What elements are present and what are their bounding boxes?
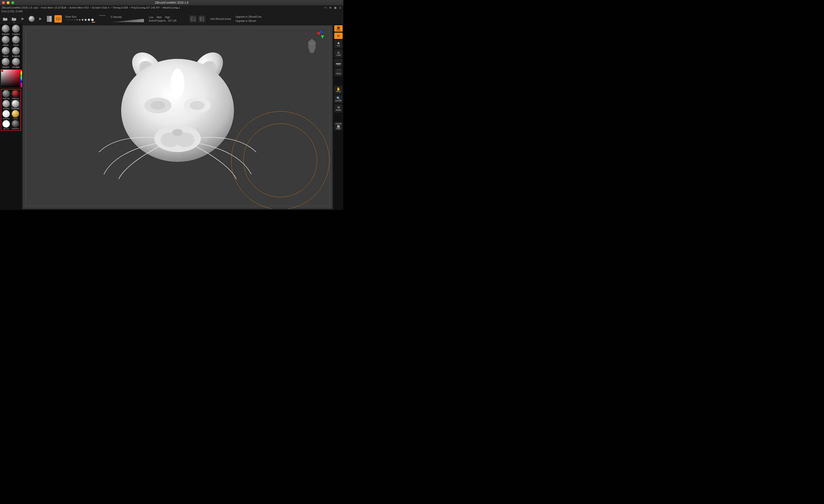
z-intensity-slider[interactable] [111,19,144,22]
draw-size-section: Draw Size Dynamic [65,15,106,22]
rotate-button[interactable]: ⟲Rotate [334,104,342,113]
ac-indicator: AC [324,6,327,9]
brush-claybuildup[interactable]: ClayBui [11,25,21,35]
window-title: ZBrushCoreMini 2020.1.6 [155,1,189,4]
main-area: Standar ClayBui Inflate Pinch Move Snake… [0,24,343,210]
material-silverfoil[interactable]: SilverFo [11,120,20,130]
left-panel: Standar ClayBui Inflate Pinch Move Snake… [0,24,22,210]
rotate-mode-button[interactable]: ⟳ [334,33,342,39]
maximize-icon[interactable] [11,1,14,4]
active-tool-sphere[interactable] [28,15,35,22]
save-button[interactable]: ▲ [10,15,18,22]
geo-med[interactable]: Med [157,16,162,19]
dynamic-label: Dynamic [99,14,106,16]
brush-cursor [229,109,332,209]
visit-zbc-link[interactable]: Visit ZBrushCentral [210,18,231,20]
right-panel: ▦Persp ⟳ ✥XYZ ⊙Local ▁▁Floor ⛶Frame ✋Mov… [333,24,343,210]
window-controls [2,1,14,4]
brush-hpolish[interactable]: hPolish [11,58,21,69]
frame-button[interactable]: ⛶Frame [334,68,342,76]
brush-palette: Standar ClayBui Inflate Pinch Move Snake… [1,25,21,69]
material-matcap-red[interactable]: MatCap [11,90,20,100]
material-palette: MatCap MatCap asicMa ToyPlas kinSha Gold… [1,89,21,131]
svg-marker-15 [319,30,322,33]
floor-button[interactable]: ▁▁Floor [334,59,342,67]
meshcount: MeshCount▶1 [161,6,180,9]
svg-point-1 [192,18,193,19]
active-mem: Active Mem 810 [68,6,89,9]
primitive-cube[interactable] [45,15,53,22]
draw-size-slider[interactable] [65,19,106,21]
timer-label: Timer▶0.008 [111,6,128,9]
zoom3d-button[interactable]: 🔍Zoom3D [334,95,342,103]
image-export-button[interactable] [189,15,197,22]
local-button[interactable]: ⊙Local [334,49,342,58]
draw-size-label: Draw Size [65,15,77,18]
arrow-2[interactable] [37,15,44,22]
print-icon[interactable]: ⎙ [338,6,342,9]
link-icon[interactable]: ⧉ [329,6,332,9]
move-button[interactable]: ✋Move [334,86,342,94]
brush-pinch[interactable]: Pinch [11,36,21,46]
svg-point-7 [150,101,165,110]
xyz-button[interactable]: ✥XYZ [334,40,342,48]
layout-icon[interactable]: ▦ [333,6,337,9]
svg-rect-0 [191,17,195,21]
material-basic[interactable]: asicMa [2,100,11,110]
color-picker[interactable] [1,70,21,88]
z-intensity-section: Z Intensity [111,16,144,22]
color-swatch [1,70,3,72]
polycount: PolyCount▶137.145 KP [129,6,160,9]
svg-point-8 [190,101,205,110]
upgrade-full-link[interactable]: Upgrade to ZBrush [235,20,262,22]
geo-low[interactable]: Low [149,16,153,19]
persp-button[interactable]: ▦Persp [334,25,342,32]
free-mem: Free Mem 15.573GB [39,6,67,9]
main-toolbar: ▲ Draw Size Dynamic Z Intensity Low Med … [0,13,343,24]
svg-marker-16 [316,32,320,35]
geometry-section: Low Med High ActivePolygons: 137,145 [149,16,177,22]
viewport[interactable] [22,25,332,209]
3dprint-button[interactable] [198,15,206,22]
draw-size-indicator [92,22,95,22]
brush-standard[interactable]: Standar [1,25,10,35]
symmetry-button[interactable] [55,15,62,22]
material-gold[interactable]: Gold [11,110,20,120]
material-flatcolor[interactable]: lat Co [2,120,11,130]
svg-marker-17 [321,35,324,39]
cursor-coords: 0.61,0.222,-0.549 [0,10,343,13]
info-bar: ZBrushCoreMini 2020.1.6 cat2 Free Mem 15… [0,5,343,10]
reference-head-icon[interactable] [306,38,318,56]
brush-move[interactable]: Move [1,47,10,58]
brush-snakehook[interactable]: SnakeH [11,47,21,58]
z-intensity-label: Z Intensity [111,16,144,18]
brush-slash3[interactable]: Slash3 [1,58,10,69]
app-doc-name: ZBrushCoreMini 2020.1.6 cat2 [1,6,38,9]
svg-point-12 [172,129,183,136]
svg-point-4 [171,69,184,98]
svg-point-14 [243,124,317,197]
open-button[interactable] [1,15,9,22]
upgrade-core-link[interactable]: Upgrade to ZBrushCore [235,15,262,18]
active-poly-label: ActivePolygons: [149,19,166,22]
active-poly-value: 137,145 [168,19,177,22]
close-icon[interactable] [2,1,5,4]
brush-inflate[interactable]: Inflate [1,36,10,46]
minimize-icon[interactable] [7,1,10,4]
material-matcap-grey[interactable]: MatCap [2,90,11,100]
arrow-1[interactable] [19,15,26,22]
polyframe-button[interactable]: Line Fill▦PolyF [334,122,342,130]
material-skinshade[interactable]: kinSha [2,110,11,120]
scratch-disk: Scratch Disk 0 [90,6,109,9]
svg-point-13 [231,111,329,209]
titlebar: ZBrushCoreMini 2020.1.6 [0,0,343,5]
material-toyplastic[interactable]: ToyPlas [11,100,20,110]
geo-high[interactable]: High [165,16,170,19]
